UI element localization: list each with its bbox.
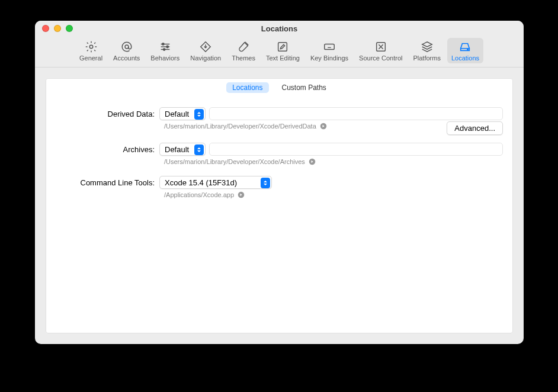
keyboard-icon <box>323 40 336 53</box>
command-line-tools-label: Command Line Tools: <box>56 178 159 187</box>
zoom-window-button[interactable] <box>66 25 73 32</box>
svg-point-3 <box>166 46 168 47</box>
navigation-icon <box>199 40 212 53</box>
tab-accounts[interactable]: Accounts <box>109 38 144 63</box>
tab-label: Text Editing <box>266 54 300 62</box>
chevron-updown-icon <box>261 178 270 188</box>
traffic-lights <box>42 25 73 32</box>
archives-label: Archives: <box>56 145 159 154</box>
derived-data-value: Default <box>165 110 189 118</box>
svg-point-1 <box>125 45 129 49</box>
tab-label: Themes <box>232 54 255 62</box>
subtab-locations[interactable]: Locations <box>226 82 268 93</box>
tab-behaviors[interactable]: Behaviors <box>146 38 184 63</box>
tab-navigation[interactable]: Navigation <box>186 38 225 63</box>
svg-point-0 <box>89 45 93 49</box>
derived-data-label: Derived Data: <box>56 110 159 118</box>
tab-label: Accounts <box>113 54 140 62</box>
reveal-in-finder-icon[interactable] <box>320 123 327 130</box>
svg-rect-6 <box>325 44 335 49</box>
at-sign-icon <box>120 40 133 53</box>
layers-icon <box>421 40 434 53</box>
drive-icon <box>458 40 472 53</box>
tab-label: Locations <box>451 54 479 62</box>
window-title: Locations <box>261 24 297 33</box>
preferences-window: Locations General Accounts Behaviors Nav… <box>35 21 524 344</box>
derived-data-custom-path-field[interactable] <box>209 107 503 120</box>
tab-label: Source Control <box>359 54 402 62</box>
chevron-updown-icon <box>194 144 204 155</box>
tab-label: Behaviors <box>150 54 179 62</box>
svg-point-8 <box>467 49 468 50</box>
derived-data-path: /Users/marion/Library/Developer/Xcode/De… <box>164 123 316 130</box>
tab-label: General <box>79 54 102 62</box>
tab-label: Navigation <box>190 54 221 62</box>
sliders-icon <box>159 40 172 53</box>
tab-platforms[interactable]: Platforms <box>409 38 444 63</box>
tab-general[interactable]: General <box>75 38 107 63</box>
archives-value: Default <box>165 145 189 154</box>
archives-path: /Users/marion/Library/Developer/Xcode/Ar… <box>164 158 305 165</box>
archives-path-row: /Users/marion/Library/Developer/Xcode/Ar… <box>56 158 503 165</box>
archives-custom-path-field[interactable] <box>209 143 503 156</box>
derived-data-path-row: /Users/marion/Library/Developer/Xcode/De… <box>56 123 503 130</box>
tab-text-editing[interactable]: Text Editing <box>262 38 304 63</box>
paintbrush-icon <box>237 40 250 53</box>
archives-select[interactable]: Default <box>159 143 206 156</box>
reveal-in-finder-icon[interactable] <box>238 191 245 198</box>
advanced-button[interactable]: Advanced... <box>447 121 503 135</box>
locations-form: Derived Data: Default /Users/marion/Libr… <box>46 97 512 207</box>
command-line-tools-path-row: /Applications/Xcode.app <box>56 191 503 198</box>
command-line-tools-path: /Applications/Xcode.app <box>164 191 234 198</box>
subtab-custom-paths[interactable]: Custom Paths <box>276 82 332 93</box>
tab-label: Key Bindings <box>310 54 348 62</box>
reveal-in-finder-icon[interactable] <box>309 158 316 165</box>
tab-key-bindings[interactable]: Key Bindings <box>306 38 352 63</box>
preferences-toolbar: General Accounts Behaviors Navigation Th… <box>35 37 524 68</box>
svg-rect-5 <box>278 43 287 52</box>
minimize-window-button[interactable] <box>54 25 61 32</box>
command-line-tools-row: Command Line Tools: Xcode 15.4 (15F31d) <box>56 176 503 189</box>
chevron-updown-icon <box>194 109 204 120</box>
derived-data-row: Derived Data: Default <box>56 107 503 120</box>
subtab-bar: Locations Custom Paths <box>46 79 512 97</box>
source-control-icon <box>374 40 387 53</box>
close-window-button[interactable] <box>42 25 49 32</box>
tab-source-control[interactable]: Source Control <box>355 38 406 63</box>
titlebar: Locations <box>35 21 524 37</box>
gear-icon <box>85 40 98 53</box>
command-line-tools-select[interactable]: Xcode 15.4 (15F31d) <box>159 176 272 189</box>
content-panel: Locations Custom Paths Derived Data: Def… <box>46 78 513 333</box>
tab-themes[interactable]: Themes <box>227 38 259 63</box>
svg-point-4 <box>163 49 165 50</box>
svg-point-2 <box>162 43 163 45</box>
tab-label: Platforms <box>413 54 440 62</box>
text-edit-icon <box>276 40 289 53</box>
command-line-tools-value: Xcode 15.4 (15F31d) <box>165 178 237 187</box>
tab-locations[interactable]: Locations <box>447 38 483 63</box>
derived-data-select[interactable]: Default <box>159 107 206 120</box>
archives-row: Archives: Default <box>56 143 503 156</box>
